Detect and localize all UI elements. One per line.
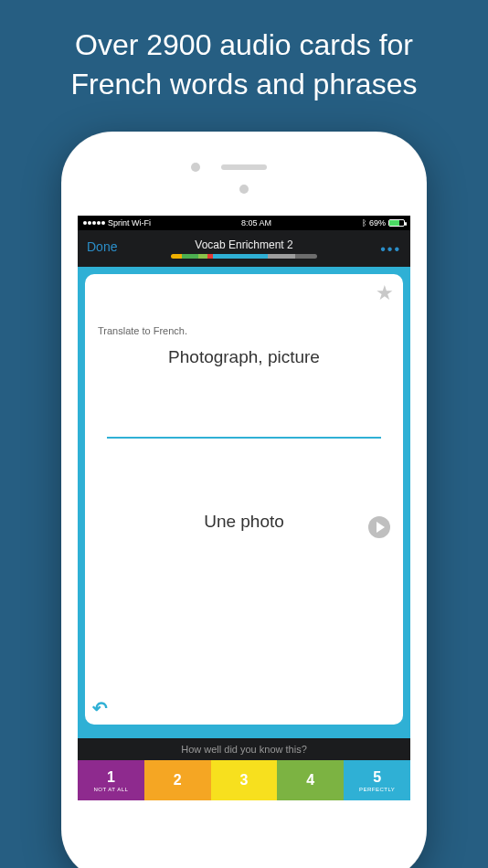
more-button[interactable]: •••: [380, 241, 401, 258]
phone-speaker: [221, 164, 267, 170]
marketing-headline: Over 2900 audio cards for French words a…: [0, 0, 488, 122]
status-bar: Sprint Wi-Fi 8:05 AM ᛒ 69%: [78, 216, 410, 230]
done-button[interactable]: Done: [87, 239, 117, 254]
phone-mockup: Sprint Wi-Fi 8:05 AM ᛒ 69% Done Vocab En…: [61, 132, 427, 868]
play-audio-button[interactable]: [368, 516, 390, 538]
progress-segment: [171, 254, 182, 259]
rating-number: 2: [174, 772, 182, 789]
deck-title: Vocab Enrichment 2: [171, 238, 317, 251]
rating-button-2[interactable]: 2: [144, 760, 211, 800]
rating-label: PERFECTLY: [359, 787, 395, 792]
card-divider: [107, 437, 381, 439]
progress-segment: [268, 254, 295, 259]
flashcard[interactable]: ★ Translate to French. Photograph, pictu…: [85, 274, 403, 725]
signal-icon: [83, 221, 105, 225]
rating-number: 5: [373, 769, 381, 786]
rating-number: 4: [306, 772, 314, 789]
battery-icon: [388, 219, 405, 227]
phone-screen: Sprint Wi-Fi 8:05 AM ᛒ 69% Done Vocab En…: [78, 216, 410, 800]
undo-icon[interactable]: ↶: [92, 697, 108, 719]
progress-segment: [213, 254, 268, 259]
rating-button-1[interactable]: 1NOT AT ALL: [78, 760, 144, 800]
battery-pct: 69%: [369, 218, 386, 228]
progress-bar: [171, 254, 317, 259]
rating-number: 1: [107, 769, 115, 786]
rating-bar: 1NOT AT ALL2345PERFECTLY: [78, 760, 410, 800]
phone-sensor: [239, 185, 249, 194]
rating-label: NOT AT ALL: [93, 787, 128, 792]
carrier-label: Sprint Wi-Fi: [108, 218, 151, 228]
rating-button-4[interactable]: 4: [277, 760, 344, 800]
phone-camera: [191, 163, 200, 172]
progress-segment: [182, 254, 198, 259]
star-icon[interactable]: ★: [376, 281, 394, 305]
progress-segment: [295, 254, 317, 259]
rating-prompt: How well did you know this?: [78, 738, 410, 760]
card-area: ★ Translate to French. Photograph, pictu…: [78, 267, 410, 760]
card-front-text: Photograph, picture: [98, 347, 390, 367]
progress-segment: [198, 254, 207, 259]
rating-button-5[interactable]: 5PERFECTLY: [344, 760, 410, 800]
rating-button-3[interactable]: 3: [211, 760, 278, 800]
clock-label: 8:05 AM: [241, 218, 271, 228]
card-prompt: Translate to French.: [98, 325, 390, 336]
rating-number: 3: [240, 772, 249, 789]
nav-bar: Done Vocab Enrichment 2 •••: [78, 230, 410, 267]
bluetooth-icon: ᛒ: [362, 218, 366, 228]
card-back-text: Une photo: [98, 512, 390, 532]
